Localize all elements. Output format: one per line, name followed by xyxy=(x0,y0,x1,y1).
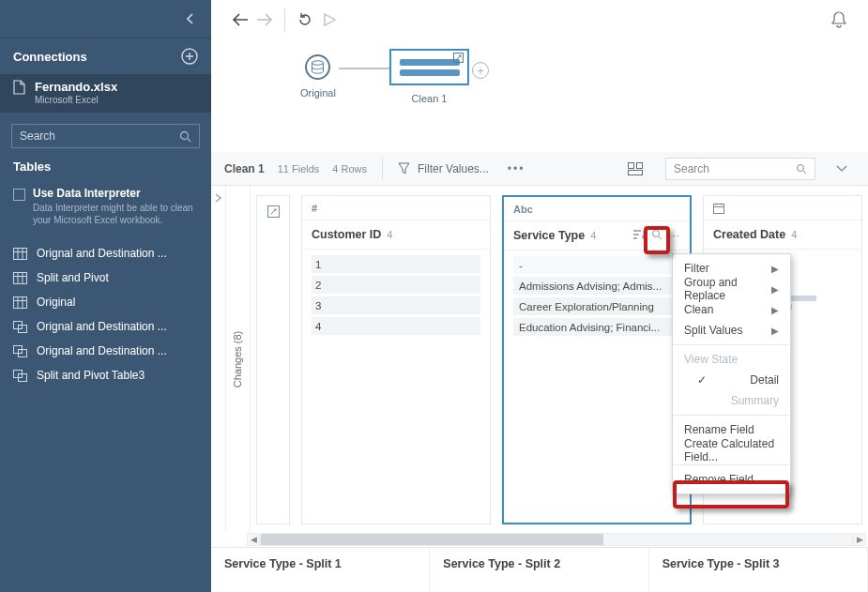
menu-clean[interactable]: Clean▶ xyxy=(673,299,790,320)
field-value-row[interactable]: - xyxy=(513,256,680,274)
profile-search-input[interactable]: Search xyxy=(665,158,815,180)
forward-button xyxy=(252,8,277,32)
field-type-string-icon: Abc xyxy=(513,204,533,215)
data-interpreter-subtitle: Data Interpreter might be able to clean … xyxy=(33,202,198,226)
sheet-icon xyxy=(13,248,27,260)
menu-summary: Summary xyxy=(673,390,790,411)
check-icon: ✓ xyxy=(697,373,708,387)
changes-label: Changes (8) xyxy=(233,330,244,387)
step-name: Clean 1 xyxy=(224,162,265,175)
table-item[interactable]: Orignal and Destination ... xyxy=(0,339,211,363)
svg-rect-4 xyxy=(14,296,27,308)
scroll-right-icon[interactable]: ▶ xyxy=(853,533,866,546)
field-more-button[interactable]: ··· xyxy=(668,229,680,242)
sidebar-search-placeholder: Search xyxy=(20,129,55,143)
table-item-label: Orignal and Destination ... xyxy=(37,247,167,260)
menu-remove-field[interactable]: Remove Field xyxy=(673,469,790,490)
field-card-customer-id[interactable]: # Customer ID 4 1 2 3 4 xyxy=(301,195,491,524)
svg-point-1 xyxy=(181,131,189,139)
field-value-row[interactable]: 2 xyxy=(312,276,480,294)
field-name: Created Date xyxy=(713,228,785,241)
flow-node-original-label: Original xyxy=(300,87,336,99)
svg-point-18 xyxy=(652,231,659,237)
menu-group-replace[interactable]: Group and Replace▶ xyxy=(673,279,790,299)
svg-rect-15 xyxy=(629,170,643,175)
submenu-arrow-icon: ▶ xyxy=(771,326,779,336)
table-item[interactable]: Original xyxy=(0,290,211,314)
split-column[interactable]: Service Type - Split 1 xyxy=(211,548,430,592)
back-button[interactable] xyxy=(228,8,252,32)
changes-column[interactable]: Changes (8) xyxy=(226,186,251,532)
table-item[interactable]: Split and Pivot Table3 xyxy=(0,363,211,387)
file-type: Microsoft Excel xyxy=(35,95,117,105)
field-value-row[interactable]: 3 xyxy=(312,296,480,314)
step-fields-count: 11 Fields xyxy=(278,163,320,175)
table-item-label: Original xyxy=(37,296,75,309)
profile-search-placeholder: Search xyxy=(674,162,709,175)
flow-canvas[interactable]: Original Clean 1 + xyxy=(211,39,868,152)
tables-header: Tables xyxy=(0,156,211,181)
search-icon xyxy=(796,163,807,175)
clean-step-icon xyxy=(453,53,464,63)
step-more-button[interactable]: ••• xyxy=(502,162,531,175)
scroll-left-icon[interactable]: ◀ xyxy=(247,533,260,546)
field-value-count: 4 xyxy=(590,230,596,241)
filter-values-label: Filter Values... xyxy=(418,162,489,175)
add-connection-icon[interactable] xyxy=(181,48,198,65)
field-name: Service Type xyxy=(513,229,585,242)
filter-values-button[interactable]: Filter Values... xyxy=(398,162,489,175)
named-range-icon xyxy=(13,345,27,357)
field-value-count: 4 xyxy=(387,229,392,240)
menu-detail[interactable]: ✓Detail xyxy=(673,370,790,390)
view-options-icon[interactable] xyxy=(618,162,652,175)
field-card-service-type[interactable]: Abc Service Type 4 ··· - Admissions Advi… xyxy=(502,195,692,524)
submenu-arrow-icon: ▶ xyxy=(771,264,779,274)
pane-collapse-gutter[interactable] xyxy=(211,186,226,532)
field-card-collapsed[interactable] xyxy=(256,195,290,524)
collapse-pane-icon[interactable] xyxy=(829,165,855,173)
svg-rect-14 xyxy=(637,162,643,168)
field-value-count: 4 xyxy=(791,229,797,240)
data-interpreter-title: Use Data Interpreter xyxy=(33,187,198,200)
field-value-row[interactable]: 1 xyxy=(312,255,480,273)
alerts-icon[interactable] xyxy=(827,8,851,32)
connection-file[interactable]: Fernando.xlsx Microsoft Excel xyxy=(0,74,211,113)
field-value-row[interactable]: Admissions Advising; Admis... xyxy=(513,277,680,295)
funnel-icon xyxy=(398,162,410,175)
menu-split-values[interactable]: Split Values▶ xyxy=(673,320,790,341)
svg-rect-13 xyxy=(629,162,634,168)
menu-create-calculated-field[interactable]: Create Calculated Field... xyxy=(673,440,790,461)
scrollbar-thumb[interactable] xyxy=(261,534,603,545)
sidebar-search-input[interactable]: Search xyxy=(11,124,200,148)
table-item[interactable]: Orignal and Destination ... xyxy=(0,241,211,266)
field-value-row[interactable]: Education Advising; Financi... xyxy=(513,318,680,336)
sort-icon[interactable] xyxy=(632,229,646,242)
data-interpreter-checkbox[interactable] xyxy=(13,189,25,201)
add-step-button[interactable]: + xyxy=(472,62,489,79)
svg-rect-19 xyxy=(714,204,724,213)
connections-label: Connections xyxy=(13,50,87,64)
field-value-row[interactable]: Career Exploration/Planning xyxy=(513,297,680,315)
sidebar-collapse-icon[interactable] xyxy=(187,13,194,24)
field-type-date-icon xyxy=(713,203,724,214)
flow-node-original[interactable]: Original xyxy=(300,54,336,99)
svg-point-11 xyxy=(312,61,324,65)
refresh-button[interactable] xyxy=(293,8,317,32)
field-type-number-icon: # xyxy=(312,203,317,214)
flow-node-clean[interactable]: Clean 1 xyxy=(389,49,469,104)
submenu-arrow-icon: ▶ xyxy=(771,284,779,295)
split-column[interactable]: Service Type - Split 2 xyxy=(430,548,648,592)
cards-horizontal-scrollbar[interactable]: ◀ ▶ xyxy=(247,533,866,546)
field-context-menu: Filter▶ Group and Replace▶ Clean▶ Split … xyxy=(672,253,791,494)
svg-rect-2 xyxy=(14,248,27,259)
data-interpreter-row[interactable]: Use Data Interpreter Data Interpreter mi… xyxy=(0,181,211,228)
search-icon xyxy=(179,130,191,143)
table-item[interactable]: Split and Pivot xyxy=(0,266,211,290)
find-icon[interactable] xyxy=(651,229,662,242)
split-column[interactable]: Service Type - Split 3 xyxy=(649,548,868,592)
table-item-label: Orignal and Destination ... xyxy=(37,344,167,357)
field-value-row[interactable]: 4 xyxy=(312,317,480,335)
table-item[interactable]: Orignal and Destination ... xyxy=(0,314,211,339)
run-flow-button xyxy=(317,8,342,32)
menu-view-state: View State xyxy=(673,349,790,370)
